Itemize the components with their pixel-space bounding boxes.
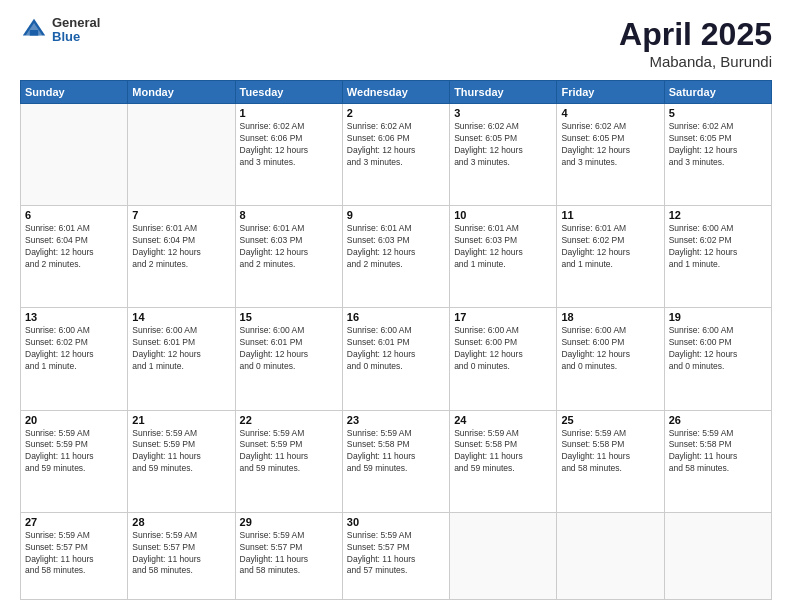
day-number: 17 bbox=[454, 311, 552, 323]
table-row: 21Sunrise: 5:59 AM Sunset: 5:59 PM Dayli… bbox=[128, 410, 235, 512]
table-row: 9Sunrise: 6:01 AM Sunset: 6:03 PM Daylig… bbox=[342, 206, 449, 308]
col-friday: Friday bbox=[557, 81, 664, 104]
header: General Blue April 2025 Mabanda, Burundi bbox=[20, 16, 772, 70]
table-row: 19Sunrise: 6:00 AM Sunset: 6:00 PM Dayli… bbox=[664, 308, 771, 410]
table-row bbox=[664, 512, 771, 599]
day-info: Sunrise: 6:00 AM Sunset: 6:02 PM Dayligh… bbox=[25, 325, 123, 373]
logo-text: General Blue bbox=[52, 16, 100, 45]
day-info: Sunrise: 6:00 AM Sunset: 6:01 PM Dayligh… bbox=[347, 325, 445, 373]
day-number: 5 bbox=[669, 107, 767, 119]
day-info: Sunrise: 5:59 AM Sunset: 5:57 PM Dayligh… bbox=[240, 530, 338, 578]
day-info: Sunrise: 6:02 AM Sunset: 6:05 PM Dayligh… bbox=[669, 121, 767, 169]
calendar-location: Mabanda, Burundi bbox=[619, 53, 772, 70]
day-number: 15 bbox=[240, 311, 338, 323]
day-info: Sunrise: 6:00 AM Sunset: 6:02 PM Dayligh… bbox=[669, 223, 767, 271]
day-number: 26 bbox=[669, 414, 767, 426]
table-row: 1Sunrise: 6:02 AM Sunset: 6:06 PM Daylig… bbox=[235, 104, 342, 206]
day-info: Sunrise: 6:02 AM Sunset: 6:06 PM Dayligh… bbox=[347, 121, 445, 169]
calendar-header-row: Sunday Monday Tuesday Wednesday Thursday… bbox=[21, 81, 772, 104]
svg-rect-2 bbox=[30, 30, 38, 36]
table-row: 17Sunrise: 6:00 AM Sunset: 6:00 PM Dayli… bbox=[450, 308, 557, 410]
day-number: 12 bbox=[669, 209, 767, 221]
day-number: 28 bbox=[132, 516, 230, 528]
logo: General Blue bbox=[20, 16, 100, 45]
col-sunday: Sunday bbox=[21, 81, 128, 104]
day-info: Sunrise: 6:01 AM Sunset: 6:03 PM Dayligh… bbox=[347, 223, 445, 271]
day-info: Sunrise: 6:01 AM Sunset: 6:04 PM Dayligh… bbox=[132, 223, 230, 271]
table-row: 5Sunrise: 6:02 AM Sunset: 6:05 PM Daylig… bbox=[664, 104, 771, 206]
table-row: 25Sunrise: 5:59 AM Sunset: 5:58 PM Dayli… bbox=[557, 410, 664, 512]
day-number: 6 bbox=[25, 209, 123, 221]
table-row: 12Sunrise: 6:00 AM Sunset: 6:02 PM Dayli… bbox=[664, 206, 771, 308]
day-number: 29 bbox=[240, 516, 338, 528]
day-number: 24 bbox=[454, 414, 552, 426]
day-info: Sunrise: 6:01 AM Sunset: 6:04 PM Dayligh… bbox=[25, 223, 123, 271]
table-row: 3Sunrise: 6:02 AM Sunset: 6:05 PM Daylig… bbox=[450, 104, 557, 206]
table-row: 10Sunrise: 6:01 AM Sunset: 6:03 PM Dayli… bbox=[450, 206, 557, 308]
day-info: Sunrise: 6:00 AM Sunset: 6:00 PM Dayligh… bbox=[454, 325, 552, 373]
table-row: 6Sunrise: 6:01 AM Sunset: 6:04 PM Daylig… bbox=[21, 206, 128, 308]
day-info: Sunrise: 6:00 AM Sunset: 6:01 PM Dayligh… bbox=[240, 325, 338, 373]
table-row: 2Sunrise: 6:02 AM Sunset: 6:06 PM Daylig… bbox=[342, 104, 449, 206]
table-row: 22Sunrise: 5:59 AM Sunset: 5:59 PM Dayli… bbox=[235, 410, 342, 512]
title-block: April 2025 Mabanda, Burundi bbox=[619, 16, 772, 70]
table-row: 18Sunrise: 6:00 AM Sunset: 6:00 PM Dayli… bbox=[557, 308, 664, 410]
col-tuesday: Tuesday bbox=[235, 81, 342, 104]
table-row: 4Sunrise: 6:02 AM Sunset: 6:05 PM Daylig… bbox=[557, 104, 664, 206]
day-info: Sunrise: 6:02 AM Sunset: 6:05 PM Dayligh… bbox=[561, 121, 659, 169]
day-number: 3 bbox=[454, 107, 552, 119]
day-number: 16 bbox=[347, 311, 445, 323]
table-row: 26Sunrise: 5:59 AM Sunset: 5:58 PM Dayli… bbox=[664, 410, 771, 512]
day-number: 25 bbox=[561, 414, 659, 426]
day-number: 2 bbox=[347, 107, 445, 119]
table-row: 15Sunrise: 6:00 AM Sunset: 6:01 PM Dayli… bbox=[235, 308, 342, 410]
table-row: 8Sunrise: 6:01 AM Sunset: 6:03 PM Daylig… bbox=[235, 206, 342, 308]
col-monday: Monday bbox=[128, 81, 235, 104]
table-row: 27Sunrise: 5:59 AM Sunset: 5:57 PM Dayli… bbox=[21, 512, 128, 599]
day-number: 20 bbox=[25, 414, 123, 426]
day-info: Sunrise: 5:59 AM Sunset: 5:57 PM Dayligh… bbox=[25, 530, 123, 578]
day-info: Sunrise: 5:59 AM Sunset: 5:58 PM Dayligh… bbox=[669, 428, 767, 476]
table-row bbox=[450, 512, 557, 599]
day-info: Sunrise: 6:02 AM Sunset: 6:06 PM Dayligh… bbox=[240, 121, 338, 169]
table-row: 20Sunrise: 5:59 AM Sunset: 5:59 PM Dayli… bbox=[21, 410, 128, 512]
table-row: 14Sunrise: 6:00 AM Sunset: 6:01 PM Dayli… bbox=[128, 308, 235, 410]
calendar-table: Sunday Monday Tuesday Wednesday Thursday… bbox=[20, 80, 772, 600]
col-saturday: Saturday bbox=[664, 81, 771, 104]
table-row: 7Sunrise: 6:01 AM Sunset: 6:04 PM Daylig… bbox=[128, 206, 235, 308]
table-row: 28Sunrise: 5:59 AM Sunset: 5:57 PM Dayli… bbox=[128, 512, 235, 599]
day-info: Sunrise: 6:02 AM Sunset: 6:05 PM Dayligh… bbox=[454, 121, 552, 169]
day-number: 27 bbox=[25, 516, 123, 528]
table-row bbox=[557, 512, 664, 599]
day-info: Sunrise: 5:59 AM Sunset: 5:57 PM Dayligh… bbox=[347, 530, 445, 578]
col-wednesday: Wednesday bbox=[342, 81, 449, 104]
day-info: Sunrise: 5:59 AM Sunset: 5:59 PM Dayligh… bbox=[240, 428, 338, 476]
logo-icon bbox=[20, 16, 48, 44]
day-number: 8 bbox=[240, 209, 338, 221]
day-number: 10 bbox=[454, 209, 552, 221]
table-row: 13Sunrise: 6:00 AM Sunset: 6:02 PM Dayli… bbox=[21, 308, 128, 410]
col-thursday: Thursday bbox=[450, 81, 557, 104]
table-row bbox=[21, 104, 128, 206]
day-number: 21 bbox=[132, 414, 230, 426]
day-number: 19 bbox=[669, 311, 767, 323]
table-row: 29Sunrise: 5:59 AM Sunset: 5:57 PM Dayli… bbox=[235, 512, 342, 599]
table-row: 24Sunrise: 5:59 AM Sunset: 5:58 PM Dayli… bbox=[450, 410, 557, 512]
day-info: Sunrise: 5:59 AM Sunset: 5:57 PM Dayligh… bbox=[132, 530, 230, 578]
day-number: 11 bbox=[561, 209, 659, 221]
day-number: 18 bbox=[561, 311, 659, 323]
day-number: 4 bbox=[561, 107, 659, 119]
page: General Blue April 2025 Mabanda, Burundi… bbox=[0, 0, 792, 612]
day-info: Sunrise: 6:00 AM Sunset: 6:01 PM Dayligh… bbox=[132, 325, 230, 373]
day-info: Sunrise: 6:00 AM Sunset: 6:00 PM Dayligh… bbox=[669, 325, 767, 373]
table-row bbox=[128, 104, 235, 206]
table-row: 16Sunrise: 6:00 AM Sunset: 6:01 PM Dayli… bbox=[342, 308, 449, 410]
day-info: Sunrise: 6:00 AM Sunset: 6:00 PM Dayligh… bbox=[561, 325, 659, 373]
logo-blue-text: Blue bbox=[52, 30, 100, 44]
day-info: Sunrise: 5:59 AM Sunset: 5:58 PM Dayligh… bbox=[347, 428, 445, 476]
day-info: Sunrise: 6:01 AM Sunset: 6:02 PM Dayligh… bbox=[561, 223, 659, 271]
day-number: 23 bbox=[347, 414, 445, 426]
day-number: 1 bbox=[240, 107, 338, 119]
table-row: 23Sunrise: 5:59 AM Sunset: 5:58 PM Dayli… bbox=[342, 410, 449, 512]
day-info: Sunrise: 5:59 AM Sunset: 5:58 PM Dayligh… bbox=[561, 428, 659, 476]
